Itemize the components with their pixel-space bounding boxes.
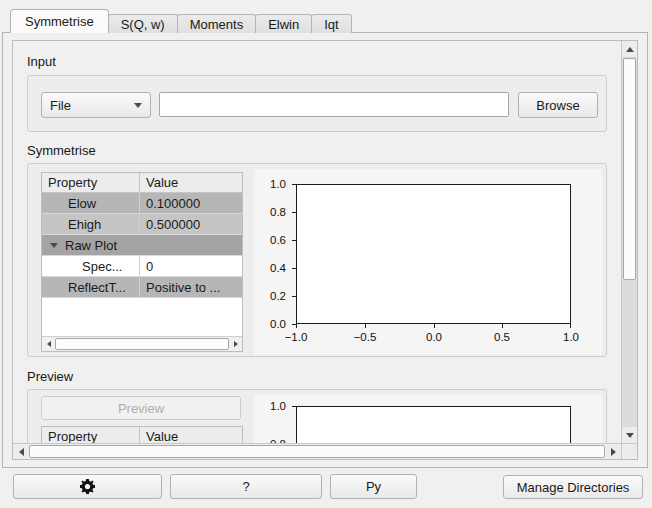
scrollbar-thumb[interactable] bbox=[55, 338, 229, 350]
y-tick-label: 0.0 bbox=[254, 318, 286, 331]
table-row-ehigh[interactable]: Ehigh 0.500000 bbox=[42, 214, 242, 235]
plot-axes bbox=[296, 184, 571, 324]
x-tick-label: −1.0 bbox=[276, 331, 316, 344]
help-button[interactable]: ? bbox=[170, 474, 322, 499]
x-tick-mark bbox=[502, 324, 503, 328]
property-value[interactable]: 0 bbox=[139, 256, 242, 276]
y-tick-label: 0.2 bbox=[254, 290, 286, 303]
table-row-elow[interactable]: Elow 0.100000 bbox=[42, 193, 242, 214]
scrollbar-corner bbox=[621, 443, 637, 459]
application-window: { "tabs": [ { "label": "Symmetrise", "ac… bbox=[0, 0, 652, 508]
horizontal-scrollbar[interactable] bbox=[13, 443, 621, 459]
gear-icon bbox=[80, 479, 95, 494]
property-name: Elow bbox=[42, 193, 139, 213]
y-tick-mark bbox=[292, 268, 296, 269]
tab-sqw-label: S(Q, w) bbox=[121, 17, 165, 32]
y-tick-label: 0.8 bbox=[254, 206, 286, 219]
plot-axes bbox=[296, 406, 571, 443]
y-tick-mark bbox=[292, 184, 296, 185]
x-tick-label: −0.5 bbox=[345, 331, 385, 344]
tab-symmetrise[interactable]: Symmetrise bbox=[10, 9, 109, 33]
x-tick-mark bbox=[434, 324, 435, 328]
table-horizontal-scrollbar[interactable] bbox=[42, 336, 242, 351]
column-header-value: Value bbox=[139, 427, 242, 443]
scroll-down-icon[interactable] bbox=[622, 427, 637, 443]
input-mode-select[interactable]: File bbox=[41, 92, 151, 118]
column-header-property: Property bbox=[42, 173, 139, 192]
preview-plot-figure: 1.0 0.8 bbox=[254, 394, 602, 443]
tab-bar: Symmetrise S(Q, w) Moments Elwin Iqt bbox=[10, 9, 351, 33]
y-tick-mark bbox=[292, 296, 296, 297]
tab-moments[interactable]: Moments bbox=[177, 14, 256, 33]
preview-group-title: Preview bbox=[27, 369, 73, 384]
x-tick-mark bbox=[365, 324, 366, 328]
scroll-area: Input File Browse Symmetrise Property Va… bbox=[12, 40, 638, 460]
symmetrise-plot-figure: 1.0 0.8 0.6 0.4 0.2 0.0 −1.0 −0.5 0.0 0.… bbox=[254, 169, 602, 355]
preview-button-label: Preview bbox=[118, 401, 164, 416]
preview-group-frame: Preview Property Value 1.0 0.8 bbox=[27, 389, 607, 443]
x-tick-label: 0.0 bbox=[414, 331, 454, 344]
table-row-reflect-type[interactable]: ReflectT... Positive to ... bbox=[42, 277, 242, 298]
table-header-row: Property Value bbox=[42, 173, 242, 193]
scrollbar-thumb[interactable] bbox=[29, 445, 605, 458]
scroll-up-icon[interactable] bbox=[622, 41, 637, 57]
y-tick-label: 1.0 bbox=[254, 400, 286, 413]
column-header-value: Value bbox=[139, 173, 242, 192]
chevron-down-icon bbox=[134, 103, 142, 108]
table-header-row: Property Value bbox=[42, 427, 242, 443]
input-group-title: Input bbox=[27, 54, 56, 69]
scroll-left-icon[interactable] bbox=[42, 337, 55, 351]
manage-directories-button-label: Manage Directories bbox=[517, 480, 630, 495]
help-button-label: ? bbox=[242, 479, 249, 494]
preview-button[interactable]: Preview bbox=[41, 396, 241, 420]
python-export-button[interactable]: Py bbox=[330, 474, 417, 499]
property-name: Raw Plot bbox=[65, 238, 117, 253]
property-name: Ehigh bbox=[42, 214, 139, 234]
column-header-property: Property bbox=[42, 427, 139, 443]
tab-moments-label: Moments bbox=[190, 17, 243, 32]
scroll-right-icon[interactable] bbox=[605, 444, 621, 459]
y-tick-mark bbox=[292, 406, 296, 407]
y-tick-label: 1.0 bbox=[254, 178, 286, 191]
y-tick-label: 0.6 bbox=[254, 234, 286, 247]
property-name: ReflectT... bbox=[42, 277, 139, 297]
file-path-input[interactable] bbox=[159, 92, 509, 117]
symmetrise-group-title: Symmetrise bbox=[27, 143, 96, 158]
tab-iqt-label: Iqt bbox=[324, 17, 338, 32]
tab-sqw[interactable]: S(Q, w) bbox=[108, 14, 178, 33]
x-tick-mark bbox=[296, 324, 297, 328]
collapse-arrow-icon[interactable] bbox=[50, 243, 58, 248]
tab-iqt[interactable]: Iqt bbox=[311, 14, 351, 33]
scroll-left-icon[interactable] bbox=[13, 444, 29, 459]
input-group-frame: File Browse bbox=[27, 75, 607, 132]
tab-symmetrise-label: Symmetrise bbox=[25, 14, 94, 29]
y-tick-mark bbox=[292, 212, 296, 213]
table-row-spec[interactable]: Spec... 0 bbox=[42, 256, 242, 277]
property-value[interactable]: Positive to ... bbox=[139, 277, 242, 297]
group-row-label: Raw Plot bbox=[42, 235, 242, 255]
scroll-area-content: Input File Browse Symmetrise Property Va… bbox=[13, 41, 621, 443]
preview-property-table: Property Value bbox=[41, 426, 243, 443]
browse-button-label: Browse bbox=[536, 98, 579, 113]
manage-directories-button[interactable]: Manage Directories bbox=[503, 475, 643, 499]
property-name: Spec... bbox=[42, 256, 139, 276]
symmetrise-group-frame: Property Value Elow 0.100000 Ehigh 0.500… bbox=[27, 163, 607, 357]
python-export-button-label: Py bbox=[366, 479, 381, 494]
tab-elwin-label: Elwin bbox=[268, 17, 299, 32]
settings-button[interactable] bbox=[13, 474, 162, 499]
browse-button[interactable]: Browse bbox=[518, 92, 598, 118]
x-tick-mark bbox=[570, 324, 571, 328]
table-row-raw-plot[interactable]: Raw Plot bbox=[42, 235, 242, 256]
scrollbar-thumb[interactable] bbox=[623, 58, 636, 280]
property-value[interactable]: 0.100000 bbox=[139, 193, 242, 213]
y-tick-label: 0.4 bbox=[254, 262, 286, 275]
scroll-right-icon[interactable] bbox=[229, 337, 242, 351]
x-tick-label: 0.5 bbox=[482, 331, 522, 344]
vertical-scrollbar[interactable] bbox=[621, 41, 637, 443]
property-value[interactable]: 0.500000 bbox=[139, 214, 242, 234]
x-tick-label: 1.0 bbox=[551, 331, 591, 344]
symmetrise-property-table: Property Value Elow 0.100000 Ehigh 0.500… bbox=[41, 172, 243, 352]
y-tick-mark bbox=[292, 240, 296, 241]
tab-elwin[interactable]: Elwin bbox=[255, 14, 312, 33]
input-mode-selected-value: File bbox=[50, 98, 71, 113]
